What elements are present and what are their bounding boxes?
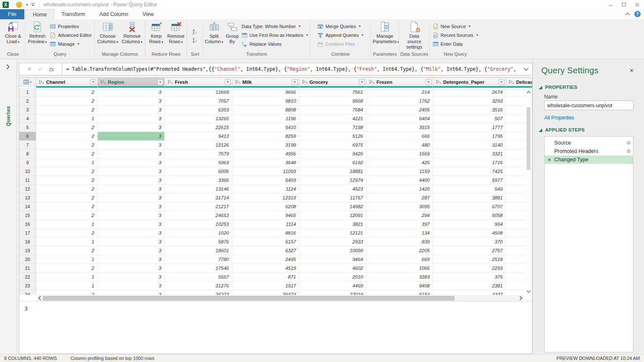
cell[interactable]: 3 [98, 97, 165, 106]
horizontal-scrollbar[interactable] [37, 295, 524, 301]
row-number[interactable]: 19 [19, 246, 36, 255]
row-number[interactable]: 13 [19, 194, 36, 202]
split-column-button[interactable]: Split Column▾ [204, 21, 224, 45]
vertical-scroll-thumb[interactable] [527, 107, 530, 170]
row-number[interactable]: 10 [19, 167, 36, 176]
cell[interactable]: 7198 [299, 123, 366, 132]
cell[interactable]: 3 [98, 185, 165, 194]
cell[interactable]: 3 [98, 202, 165, 211]
properties-button[interactable]: Properties [49, 22, 93, 30]
applied-step-source[interactable]: Source⚙ [545, 139, 633, 147]
cell[interactable]: 12974 [299, 176, 366, 185]
cell[interactable]: 5403 [232, 176, 299, 185]
cell[interactable]: 12319 [232, 194, 299, 202]
cell[interactable]: 9810 [232, 97, 299, 106]
row-number[interactable]: 22 [19, 273, 36, 282]
cell[interactable]: 2381 [433, 282, 506, 290]
cell[interactable]: 6006 [165, 167, 232, 176]
cell[interactable]: 18601 [165, 246, 232, 255]
cell[interactable]: 6208 [232, 202, 299, 211]
cell[interactable]: 4400 [366, 176, 433, 185]
column-filter-dropdown-icon[interactable]: ▾ [499, 79, 504, 85]
cell[interactable]: 3915 [366, 123, 433, 132]
cell[interactable]: 3 [98, 246, 165, 255]
cell[interactable]: 3 [98, 158, 165, 167]
cell[interactable]: 7780 [165, 255, 232, 264]
cell[interactable]: 1917 [232, 282, 299, 290]
recent-sources-button[interactable]: Recent Sources ▾ [431, 31, 479, 39]
row-number[interactable]: 7 [19, 141, 36, 150]
cell[interactable]: 7579 [165, 150, 232, 158]
cell[interactable]: 12091 [299, 211, 366, 220]
numeric-type-icon[interactable]: 1²₃ [167, 80, 173, 84]
cell[interactable]: 4508 [433, 229, 506, 238]
applied-step-promoted-headers[interactable]: Promoted Headers⚙ [545, 147, 633, 155]
tab-view[interactable]: View [135, 9, 161, 19]
merge-queries-button[interactable]: Merge Queries ▾ [316, 22, 365, 30]
close-window-icon[interactable] [635, 2, 640, 7]
cell[interactable]: 22019 [299, 290, 366, 295]
cell[interactable]: 2259 [433, 264, 506, 273]
properties-section-header[interactable]: PROPERTIES [539, 85, 577, 90]
scroll-left-icon[interactable] [38, 296, 41, 300]
cell[interactable]: 13265 [165, 114, 232, 123]
cell[interactable]: 2 [36, 141, 98, 150]
column-filter-dropdown-icon[interactable]: ▾ [292, 79, 298, 85]
cell[interactable]: 2 [36, 167, 98, 176]
cell[interactable]: 2933 [299, 238, 366, 246]
cell[interactable]: 1 [36, 114, 98, 123]
cell[interactable]: 5058 [433, 211, 506, 220]
tab-transform[interactable]: Transform [55, 9, 93, 19]
cell[interactable]: 24653 [165, 211, 232, 220]
column-header-milk[interactable]: 1²₃Milk▾ [232, 78, 299, 86]
cell[interactable]: 3 [98, 106, 165, 114]
cell[interactable]: 2205 [366, 246, 433, 255]
cell[interactable]: 1777 [433, 123, 506, 132]
cell[interactable]: 36423 [232, 290, 299, 295]
cell[interactable]: 2767 [433, 246, 506, 255]
row-number[interactable]: 3 [19, 106, 36, 114]
scroll-down-icon[interactable] [527, 290, 531, 293]
cell[interactable]: 8259 [232, 132, 299, 141]
cell[interactable]: 5126 [299, 132, 366, 141]
data-source-settings-button[interactable]: ⚙ Data source settings [401, 21, 427, 50]
cell[interactable]: 2 [36, 123, 98, 132]
all-properties-link[interactable]: All Properties [544, 115, 574, 121]
cell[interactable]: 4519 [232, 264, 299, 273]
cell[interactable]: 7057 [165, 97, 232, 106]
expand-queries-pane-icon[interactable] [6, 64, 10, 70]
manage-parameters-button[interactable]: Manage Parameters▾ [372, 21, 398, 45]
sort-ascending-button[interactable]: AZ ↓ [192, 28, 198, 35]
column-header-channel[interactable]: 1²₃Channel▾ [36, 78, 98, 86]
cell[interactable]: 871 [232, 273, 299, 282]
numeric-type-icon[interactable]: 1²₃ [436, 80, 441, 84]
cell[interactable]: 480 [366, 141, 433, 150]
row-number[interactable]: 21 [19, 264, 36, 273]
cell[interactable]: 3383 [366, 273, 433, 282]
help-icon[interactable]: ? [634, 11, 641, 17]
cell[interactable]: 2 [36, 88, 98, 97]
remove-rows-button[interactable]: Remove Rows▾ [166, 21, 185, 45]
numeric-type-icon[interactable]: 1²₃ [509, 80, 514, 84]
cell[interactable]: 3 [98, 255, 165, 264]
cell[interactable]: 3095 [366, 202, 433, 211]
cell[interactable]: 12121 [299, 229, 366, 238]
use-first-row-as-headers-button[interactable]: Use First Row as Headers ▾ [240, 31, 309, 39]
cell[interactable]: 2 [36, 290, 98, 295]
row-number[interactable]: 20 [19, 255, 36, 264]
cell[interactable]: 1114 [232, 220, 299, 229]
cell[interactable]: 3199 [232, 141, 299, 150]
cell[interactable]: 666 [366, 132, 433, 141]
cell[interactable]: 2518 [433, 255, 506, 264]
maximize-icon[interactable] [621, 2, 626, 7]
cell[interactable]: 3 [98, 229, 165, 238]
column-filter-dropdown-icon[interactable]: ▾ [426, 79, 431, 85]
cell[interactable]: 1196 [232, 114, 299, 123]
cell[interactable]: 287 [366, 194, 433, 202]
query-name-input[interactable] [544, 101, 634, 110]
cell[interactable]: 3 [98, 132, 165, 141]
cell[interactable]: 1669 [366, 150, 433, 158]
row-number[interactable]: 12 [19, 185, 36, 194]
cell[interactable]: 7684 [299, 106, 366, 114]
cell[interactable]: 3 [98, 273, 165, 282]
